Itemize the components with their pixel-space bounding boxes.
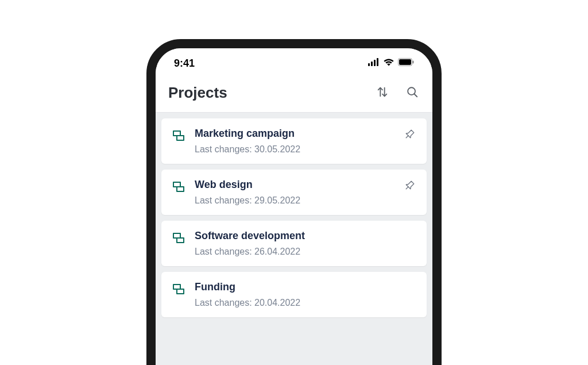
project-subtitle: Last changes: 20.04.2022 <box>195 298 416 308</box>
svg-rect-2 <box>374 60 376 66</box>
svg-line-11 <box>406 136 408 138</box>
screen: 9:41 <box>156 48 432 365</box>
search-icon <box>406 86 419 101</box>
svg-line-8 <box>414 94 417 97</box>
svg-rect-5 <box>399 59 411 65</box>
project-icon <box>172 180 185 196</box>
project-title: Web design <box>195 179 394 191</box>
svg-rect-17 <box>173 285 180 289</box>
svg-rect-10 <box>177 136 184 140</box>
phone-frame: 9:41 <box>146 39 442 365</box>
header-actions <box>375 86 420 101</box>
svg-line-14 <box>406 187 408 189</box>
project-text: Marketing campaign Last changes: 30.05.2… <box>195 128 394 155</box>
projects-list: Marketing campaign Last changes: 30.05.2… <box>156 113 432 365</box>
svg-rect-16 <box>177 238 184 243</box>
project-card[interactable]: Software development Last changes: 26.04… <box>161 221 427 266</box>
project-icon <box>172 129 185 145</box>
project-card[interactable]: Funding Last changes: 20.04.2022 <box>161 272 427 317</box>
search-button[interactable] <box>405 86 420 101</box>
sort-button[interactable] <box>375 86 390 101</box>
project-subtitle: Last changes: 26.04.2022 <box>195 247 416 257</box>
svg-rect-1 <box>371 62 373 66</box>
sort-icon <box>376 86 389 101</box>
status-time: 9:41 <box>174 57 195 70</box>
project-text: Funding Last changes: 20.04.2022 <box>195 281 416 308</box>
project-title: Software development <box>195 230 416 242</box>
svg-rect-12 <box>173 182 180 187</box>
page-title: Projects <box>168 84 227 102</box>
svg-rect-6 <box>413 61 414 64</box>
project-text: Software development Last changes: 26.04… <box>195 230 416 257</box>
pin-button[interactable] <box>404 180 416 193</box>
project-icon <box>172 231 185 247</box>
pin-button[interactable] <box>404 129 416 141</box>
svg-rect-18 <box>177 289 184 294</box>
svg-rect-15 <box>173 233 180 238</box>
project-icon <box>172 282 185 298</box>
battery-icon <box>398 58 414 68</box>
svg-rect-0 <box>368 63 370 66</box>
project-subtitle: Last changes: 29.05.2022 <box>195 195 394 206</box>
project-title: Marketing campaign <box>195 128 394 140</box>
project-card[interactable]: Web design Last changes: 29.05.2022 <box>161 170 427 215</box>
pin-icon <box>405 129 415 141</box>
svg-rect-3 <box>377 58 378 66</box>
wifi-icon <box>383 58 394 68</box>
status-icons <box>368 58 414 68</box>
project-title: Funding <box>195 281 416 293</box>
pin-icon <box>405 180 415 193</box>
svg-rect-9 <box>173 131 180 136</box>
app-header: Projects <box>156 76 432 113</box>
project-text: Web design Last changes: 29.05.2022 <box>195 179 394 206</box>
project-subtitle: Last changes: 30.05.2022 <box>195 144 394 155</box>
signal-icon <box>368 58 380 68</box>
svg-rect-13 <box>177 187 184 191</box>
status-bar: 9:41 <box>156 48 432 76</box>
project-card[interactable]: Marketing campaign Last changes: 30.05.2… <box>161 118 427 164</box>
